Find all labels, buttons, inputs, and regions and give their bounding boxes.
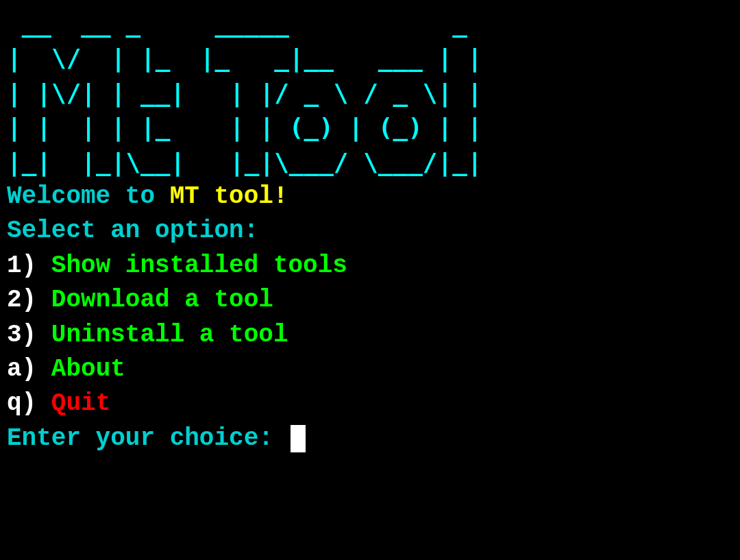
terminal-window: __ __ _ _____ _ | \/ | |_ |_ _|__ ___ | … [0,0,740,463]
menu-item-2[interactable]: 2) Download a tool [7,283,733,317]
menu-key: 1) [7,252,36,280]
welcome-highlight: MT tool! [170,182,288,210]
menu-label: Download a tool [51,286,273,314]
select-prompt: Select an option: [7,214,733,248]
menu-key: 3) [7,321,36,349]
input-prompt-line[interactable]: Enter your choice: [7,422,733,456]
cursor-icon [291,425,306,452]
menu-label: Show installed tools [51,252,347,280]
menu-label: Uninstall a tool [51,321,288,349]
welcome-prefix: Welcome to [7,182,170,210]
menu-item-about[interactable]: a) About [7,352,733,387]
menu-item-quit[interactable]: q) Quit [7,387,733,421]
menu-item-3[interactable]: 3) Uninstall a tool [7,318,733,352]
menu-key: q) [7,389,36,417]
menu-item-1[interactable]: 1) Show installed tools [7,249,733,283]
menu-label: About [51,355,125,383]
menu-key: 2) [7,286,36,314]
input-prompt: Enter your choice: [7,424,288,452]
menu-label: Quit [51,389,110,417]
ascii-logo: __ __ _ _____ _ | \/ | |_ |_ _|__ ___ | … [7,7,733,180]
welcome-line: Welcome to MT tool! [7,180,733,214]
menu-key: a) [7,355,36,383]
